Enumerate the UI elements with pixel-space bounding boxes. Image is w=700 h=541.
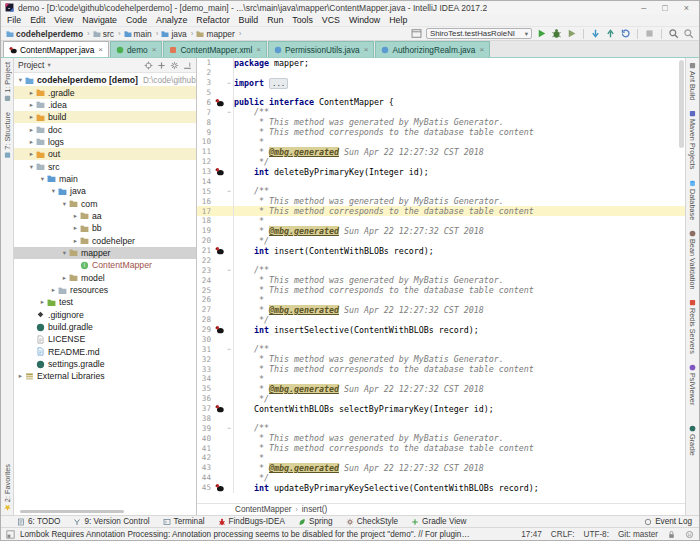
breadcrumb-item-codehelperdemo[interactable]: codehelperdemo› (6, 29, 92, 39)
tool-window-button-6-todo[interactable]: 6: TODO (17, 517, 60, 526)
tab-contentmapper-java[interactable]: ContentMapper.java× (3, 41, 109, 57)
menu-tools[interactable]: Tools (292, 15, 313, 25)
status-message[interactable]: Lombok Requires Annotation Processing: A… (20, 530, 470, 539)
chevron-collapsed-icon[interactable]: ▸ (71, 224, 80, 232)
tree-item-codehelper[interactable]: ▸codehelper (14, 234, 196, 246)
inspection-profile-icon[interactable] (685, 530, 694, 539)
tree-item-model[interactable]: ▸model (14, 272, 196, 284)
mybatis-gutter-icon[interactable] (213, 167, 225, 176)
tree-item-build[interactable]: ▸build (14, 111, 196, 123)
tree-item-resources[interactable]: ▸resources (14, 284, 196, 296)
tab-contentmapper-xml[interactable]: ContentMapper.xml× (163, 41, 267, 57)
run-configuration-select[interactable]: ShiroTest.testHasRoleNI▾ (426, 28, 532, 39)
search-everywhere-button[interactable] (683, 28, 694, 39)
menu-view[interactable]: View (54, 15, 73, 25)
mybatis-gutter-icon[interactable] (213, 483, 225, 492)
run-with-coverage-button[interactable] (566, 28, 577, 39)
close-button[interactable]: × (684, 3, 689, 13)
tree-item-codehelperdemo-demo[interactable]: ▾codehelperdemo [demo]D:\code\github\cod… (14, 74, 196, 86)
fold-marker[interactable]: − (225, 78, 234, 88)
menu-code[interactable]: Code (126, 15, 147, 25)
chevron-collapsed-icon[interactable]: ▸ (38, 298, 47, 306)
close-icon[interactable]: × (364, 45, 369, 54)
hide-panel-icon[interactable] (183, 61, 192, 70)
chevron-collapsed-icon[interactable]: ▸ (16, 372, 25, 380)
chevron-expanded-icon[interactable]: ▾ (16, 76, 25, 84)
encoding-indicator[interactable]: UTF-8: (583, 530, 608, 539)
tab-permissionutils-java[interactable]: PermissionUtils.java× (268, 41, 374, 57)
fold-marker[interactable]: − (225, 107, 234, 117)
close-icon[interactable]: × (479, 45, 484, 54)
tree-item-gradle[interactable]: ▸.gradle (14, 86, 196, 98)
tool-window-button-database[interactable]: Database (688, 180, 697, 220)
menu-build[interactable]: Build (239, 15, 259, 25)
fold-marker[interactable]: − (225, 265, 234, 275)
chevron-down-icon[interactable]: ▾ (47, 61, 50, 69)
project-panel-title[interactable]: Project (18, 60, 44, 70)
chevron-collapsed-icon[interactable]: ▸ (71, 237, 80, 245)
lock-icon[interactable] (667, 530, 676, 539)
menu-navigate[interactable]: Navigate (82, 15, 117, 25)
git-branch-indicator[interactable]: Git: master (618, 530, 658, 539)
gear-icon[interactable] (170, 61, 179, 70)
find-in-path-button[interactable] (668, 28, 679, 39)
maximize-button[interactable]: □ (662, 3, 667, 13)
tree-item-doc[interactable]: ▸doc (14, 123, 196, 135)
tool-window-button-findbugs-idea[interactable]: FindBugs-IDEA (218, 517, 285, 526)
breadcrumb-item-mapper[interactable]: mapper› (196, 29, 243, 39)
minimize-button[interactable]: – (641, 3, 646, 13)
code-editor[interactable]: 1package mapper;23−import ...56public in… (197, 58, 685, 503)
debug-button[interactable] (551, 28, 562, 39)
tree-item-idea[interactable]: ▸.idea (14, 99, 196, 111)
toolbar-panels-icon[interactable] (411, 28, 422, 39)
mybatis-gutter-icon[interactable] (213, 98, 225, 107)
tool-window-button-spring[interactable]: Spring (298, 517, 333, 526)
breadcrumb-item-main[interactable]: main› (124, 29, 161, 39)
chevron-expanded-icon[interactable]: ▾ (38, 175, 47, 183)
menu-file[interactable]: File (7, 15, 21, 25)
run-button[interactable] (536, 28, 547, 39)
chevron-collapsed-icon[interactable]: ▸ (49, 286, 58, 294)
chevron-collapsed-icon[interactable]: ▸ (60, 274, 69, 282)
tree-item-out[interactable]: ▸out (14, 148, 196, 160)
fold-marker[interactable]: − (225, 423, 234, 433)
tree-item-main[interactable]: ▾main (14, 173, 196, 185)
menu-refactor[interactable]: Refactor (196, 15, 229, 25)
tree-item-mapper[interactable]: ▾mapper (14, 247, 196, 259)
close-icon[interactable]: × (152, 45, 157, 54)
tool-window-button-maven-projects[interactable]: Maven Projects (688, 110, 697, 169)
editor-vertical-scrollbar[interactable] (678, 58, 685, 503)
menu-vcs[interactable]: VCS (322, 15, 340, 25)
project-horizontal-scrollbar[interactable] (20, 510, 124, 513)
tree-item-settings-gradle[interactable]: settings.gradle (14, 358, 196, 370)
close-icon[interactable]: × (256, 45, 261, 54)
tool-window-button-gradle-view[interactable]: Gradle View (411, 517, 466, 526)
chevron-collapsed-icon[interactable]: ▸ (27, 150, 36, 158)
tree-item-src[interactable]: ▾src (14, 160, 196, 172)
tab-authorizingrealm-java[interactable]: AuthorizingRealm.java× (375, 41, 490, 57)
mybatis-gutter-icon[interactable] (213, 246, 225, 255)
tool-window-button-event-log[interactable]: Event Log (644, 517, 692, 526)
tool-window-button-7-structure[interactable]: 7: Structure (3, 112, 12, 159)
editor-breadcrumb-insert[interactable]: insert() (302, 505, 327, 514)
tree-item-license[interactable]: LICENSE (14, 333, 196, 345)
menu-window[interactable]: Window (349, 15, 380, 25)
tree-item-build-gradle[interactable]: build.gradle (14, 321, 196, 333)
tool-window-button-9-version-control[interactable]: 9: Version Control (73, 517, 149, 526)
close-icon[interactable]: × (98, 45, 103, 54)
menu-edit[interactable]: Edit (30, 15, 45, 25)
tree-item-bb[interactable]: ▸bb (14, 222, 196, 234)
tool-window-button-redis-servers[interactable]: Redis Servers (688, 299, 697, 354)
tool-window-switcher-icon[interactable] (6, 530, 15, 539)
chevron-expanded-icon[interactable]: ▾ (60, 249, 69, 257)
tool-window-button-gradle[interactable]: Gradle (688, 425, 697, 456)
tool-window-button-terminal[interactable]: Terminal (163, 517, 205, 526)
tool-window-button-1-project[interactable]: 1: Project (3, 62, 12, 102)
chevron-expanded-icon[interactable]: ▾ (27, 163, 36, 171)
commit-button[interactable] (605, 28, 616, 39)
chevron-collapsed-icon[interactable]: ▸ (27, 89, 36, 97)
tree-item-java[interactable]: ▾java (14, 185, 196, 197)
chevron-expanded-icon[interactable]: ▾ (49, 187, 58, 195)
tree-item-com[interactable]: ▾com (14, 197, 196, 209)
mybatis-gutter-icon[interactable] (213, 325, 225, 334)
